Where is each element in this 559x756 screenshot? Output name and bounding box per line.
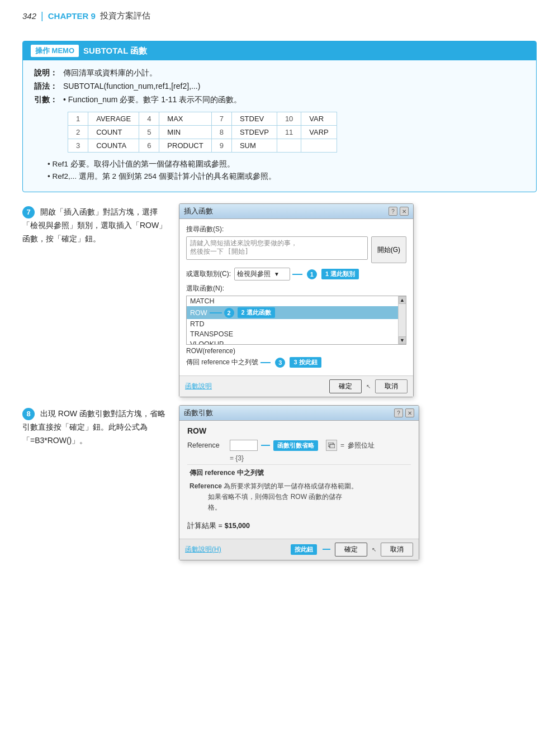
dialog8-body: ROW Reference 函數引數省略 = 參照位址 = {3} 傳回	[179, 421, 419, 539]
func-name: ROW	[187, 426, 411, 435]
dialog7-help-icon[interactable]: ?	[389, 207, 397, 216]
cancel-button[interactable]: 取消	[375, 379, 408, 393]
step8-text: 8 出現 ROW 函數引數對話方塊，省略引數直接按「確定」鈕。此時公式為「=B3…	[22, 405, 168, 447]
dropdown-arrow-icon: ▼	[274, 271, 280, 277]
callout1-label: 1 選此類別	[321, 269, 359, 279]
callout3-line	[260, 362, 271, 363]
val2: {3}	[235, 454, 244, 462]
search-row: 請鍵入簡短描述來說明您要做的事， 然後按一下 [開始] 開始(G)	[186, 236, 406, 263]
memo-bullet1: • Ref1 必要。取得小計值的第一個儲存格範圍或參照。	[45, 159, 525, 169]
memo-syntax-row: 語法： SUBTOTAL(function_num,ref1,[ref2],..…	[34, 82, 525, 92]
callout1-line	[292, 274, 302, 275]
func-item-match[interactable]: MATCH	[187, 296, 406, 306]
step7-text: 7 開啟「插入函數」對話方塊，選擇「檢視與參照」類別，選取插入「ROW」函數，按…	[22, 203, 168, 245]
func-args-dialog: 函數引數 ? ✕ ROW Reference 函數引數省略 =	[179, 405, 419, 560]
callout2-line-inner	[210, 312, 222, 313]
memo-desc-label: 說明：	[34, 68, 63, 78]
dialog8-footer: 函數說明(H) 按此鈕 確定 ↖ 取消	[179, 539, 419, 560]
help-link2[interactable]: 函數說明(H)	[185, 545, 221, 554]
func-table-cell: STDEVP	[231, 126, 277, 139]
category-row: 或選取類別(C): 檢視與參照 ▼ 1 1 選此類別	[186, 268, 406, 280]
ok-button2[interactable]: 確定	[335, 543, 367, 557]
ref-row: Reference 函數引數省略 = 參照位址	[187, 440, 411, 451]
func-table-cell: 8	[211, 126, 231, 139]
ref-input-box	[230, 440, 258, 451]
func-table-cell: 2	[68, 126, 88, 139]
step8-dialog-area: 函數引數 ? ✕ ROW Reference 函數引數省略 =	[179, 405, 537, 560]
ref-callout-label: 函數引數省略	[273, 440, 318, 451]
func-item-vlookup[interactable]: VLOOKUP	[187, 339, 406, 345]
func-listbox[interactable]: MATCH ROW 2 2 選此函數 RTD TRANSPOSE VLOOKUP…	[186, 296, 406, 345]
ok-button[interactable]: 確定	[329, 379, 362, 393]
dialog8-icons: ? ✕	[394, 408, 414, 417]
start-button[interactable]: 開始(G)	[371, 236, 406, 263]
func-table-cell: STDEV	[231, 112, 277, 126]
category-select[interactable]: 檢視與參照 ▼	[234, 268, 290, 280]
func-item-transpose[interactable]: TRANSPOSE	[187, 329, 406, 339]
func-table-cell: 11	[277, 126, 301, 139]
step8-num: 8	[22, 408, 35, 420]
cursor-icon: ↖	[366, 383, 371, 389]
memo-title: SUBTOTAL 函數	[83, 46, 147, 56]
func-item-rtd[interactable]: RTD	[187, 319, 406, 329]
func-sig: ROW(reference)	[186, 347, 235, 355]
ref-select-btn[interactable]	[326, 440, 337, 451]
callout-btn-line	[323, 549, 330, 550]
callout2-num: 2	[224, 308, 234, 318]
func-table-cell: AVERAGE	[88, 112, 139, 126]
result-label: 計算結果 =	[187, 521, 222, 531]
func-desc-area: 傳回 reference 中之列號 Reference 為所要求算列號的單一儲存…	[187, 464, 411, 517]
memo-args-text: • Function_num 必要。數字 1-11 表示不同的函數。	[63, 95, 525, 105]
chapter-label: CHAPTER 9	[48, 11, 96, 21]
step8-content: 出現 ROW 函數引數對話方塊，省略引數直接按「確定」鈕。此時公式為「=B3*R…	[22, 409, 165, 445]
listbox-area: MATCH ROW 2 2 選此函數 RTD TRANSPOSE VLOOKUP…	[186, 296, 406, 345]
func-table-cell: MIN	[159, 126, 211, 139]
callout-ref-line	[261, 445, 270, 446]
category-label: 或選取類別(C):	[186, 269, 231, 279]
func-item-row[interactable]: ROW 2 2 選此函數	[187, 306, 406, 319]
callout1-num: 1	[307, 269, 317, 279]
step8-section: 8 出現 ROW 函數引數對話方塊，省略引數直接按「確定」鈕。此時公式為「=B3…	[22, 405, 537, 560]
callout3-num: 3	[275, 358, 285, 368]
dialog7-titlebar: 插入函數 ? ✕	[179, 204, 413, 219]
dialog8-close-icon[interactable]: ✕	[405, 408, 414, 417]
bullet1-text: • Ref1 必要。取得小計值的第一個儲存格範圍或參照。	[48, 159, 235, 169]
desc-detail: Reference 為所要求算列號的單一儲存格或儲存格範圍。 如果省略不填，則傳…	[190, 481, 411, 513]
memo-header: 操作 MEMO SUBTOTAL 函數	[23, 41, 536, 60]
ref-label: Reference	[187, 441, 226, 449]
func-table-cell: SUM	[231, 139, 277, 153]
search-textarea[interactable]: 請鍵入簡短描述來說明您要做的事， 然後按一下 [開始]	[186, 236, 368, 260]
step7-num: 7	[22, 206, 35, 218]
help-link[interactable]: 函數說明	[185, 382, 212, 391]
desc-title: 傳回 reference 中之列號	[190, 468, 411, 478]
scrollbar-up-icon[interactable]: ▲	[399, 296, 406, 304]
step7-dialog-area: 插入函數 ? ✕ 搜尋函數(S): 請鍵入簡短描述來說明您要做的事， 然後按一下…	[179, 203, 537, 397]
category-select-area: 檢視與參照 ▼ 1 1 選此類別	[234, 268, 359, 280]
memo-syntax-label: 語法：	[34, 82, 63, 92]
dialog8-title: 函數引數	[184, 408, 213, 418]
listbox-scrollbar[interactable]: ▲ ▼	[398, 296, 406, 344]
cancel-button2[interactable]: 取消	[381, 543, 413, 557]
dialog7-close-icon[interactable]: ✕	[400, 207, 409, 216]
func-table: 1AVERAGE4MAX7STDEV10VAR2COUNT5MIN8STDEVP…	[68, 112, 337, 153]
eq1: =	[340, 441, 344, 449]
dialog8-help-icon[interactable]: ?	[394, 408, 403, 417]
cursor2-icon: ↖	[372, 546, 376, 553]
func-table-cell	[277, 139, 301, 153]
dialog7-title: 插入函數	[184, 206, 213, 216]
scrollbar-down-icon[interactable]: ▼	[399, 336, 406, 344]
bullet2-text: • Ref2,... 選用。第 2 個到第 254 個要計算小計的具名範圍或參照…	[48, 172, 276, 182]
func-table-cell: VARP	[301, 126, 337, 139]
func-table-cell: VAR	[301, 112, 337, 126]
memo-body: 說明： 傳回清單或資料庫的小計。 語法： SUBTOTAL(function_n…	[23, 60, 536, 192]
func-table-cell: 4	[139, 112, 159, 126]
page-header: 342 | CHAPTER 9 投資方案評估	[0, 0, 559, 27]
callout2-label: 2 選此函數	[238, 307, 275, 318]
callout-btn-label: 按此鈕	[291, 544, 317, 555]
step7-section: 7 開啟「插入函數」對話方塊，選擇「檢視與參照」類別，選取插入「ROW」函數，按…	[22, 203, 537, 397]
memo-syntax-text: SUBTOTAL(function_num,ref1,[ref2],...)	[63, 82, 525, 91]
func-table-cell: 5	[139, 126, 159, 139]
val1: 參照位址	[348, 441, 375, 450]
eq2-row: = {3}	[230, 454, 411, 462]
svg-rect-1	[330, 444, 335, 448]
